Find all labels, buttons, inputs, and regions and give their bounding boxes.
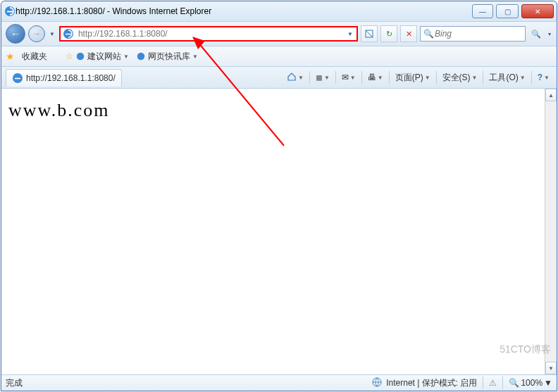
search-input[interactable] [433,28,542,39]
window-buttons: — ▢ ✕ [472,4,554,18]
favorites-star-icon[interactable]: ★ [6,51,15,62]
chevron-down-icon: ▼ [544,378,552,388]
page-content: www.b.com ▲ ▼ 51CTO博客 [1,89,557,374]
search-provider-dropdown[interactable]: ▾ [547,31,552,37]
chevron-down-icon: ▼ [324,75,330,81]
feeds-button[interactable]: ◼ ▼ [313,71,333,84]
favorites-bar: ★ 收藏夹 ☆ 建议网站 ▼ 网页快讯库 ▼ [1,46,557,67]
separator [335,71,336,84]
protected-mode-icon: ⚠ [489,378,497,388]
url-input[interactable] [77,28,346,39]
svg-point-4 [77,53,85,61]
ie-window: http://192.168.1.1:8080/ - Windows Inter… [1,1,557,391]
status-bar: 完成 Internet | 保护模式: 启用 ⚠ 🔍 100% ▼ [1,374,557,391]
scroll-down-button[interactable]: ▼ [545,362,557,374]
close-button[interactable]: ✕ [521,4,554,18]
scroll-up-button[interactable]: ▲ [545,89,557,101]
favorites-label[interactable]: 收藏夹 [22,51,47,63]
page-icon [63,28,74,39]
fav-suggested-sites[interactable]: ☆ 建议网站 ▼ [66,51,129,63]
command-bar: ▼ ◼ ▼ ✉ ▼ 🖶 ▼ 页面(P) ▼ [284,70,552,85]
chevron-down-icon: ▼ [123,53,129,60]
home-button[interactable]: ▼ [284,70,306,85]
separator [309,71,310,84]
forward-button[interactable]: → [28,25,45,42]
help-icon: ? [538,72,542,82]
read-mail-button[interactable]: ✉ ▼ [339,71,359,84]
safety-menu[interactable]: 安全(S) ▼ [440,70,480,85]
search-icon: 🔍 [423,29,433,39]
search-go-button[interactable]: 🔍 [528,26,544,42]
chevron-down-icon: ▼ [350,75,356,81]
chevron-down-icon: ▼ [520,75,526,81]
page-menu[interactable]: 页面(P) ▼ [392,70,433,85]
menu-label: 工具(O) [489,72,518,84]
refresh-button[interactable]: ↻ [380,25,397,42]
rss-icon: ◼ [316,72,323,82]
address-bar[interactable]: ▼ [59,26,358,42]
separator [483,377,483,389]
separator [436,71,437,84]
fav-link-label: 网页快讯库 [148,51,190,63]
menu-label: 安全(S) [442,72,471,84]
print-icon: 🖶 [368,72,376,82]
separator [531,71,532,84]
separator [389,71,390,84]
ie-icon [4,6,16,17]
watermark-text: 51CTO博客 [500,343,551,356]
mail-icon: ✉ [342,72,349,82]
separator [361,71,362,84]
zoom-control[interactable]: 🔍 100% ▼ [509,378,552,388]
chevron-down-icon: ▼ [378,75,383,81]
separator [483,71,483,84]
zoom-level: 100% [521,378,542,388]
help-button[interactable]: ? ▼ [535,71,552,84]
ie-icon [75,51,85,61]
svg-line-3 [366,30,373,37]
back-button[interactable]: ← [6,24,25,44]
chevron-down-icon: ▼ [425,75,430,81]
tab-title: http://192.168.1.1:8080/ [26,73,116,83]
tools-menu[interactable]: 工具(O) ▼ [486,70,528,85]
nav-bar: ← → ▼ ▼ ↻ ✕ 🔍 🔍 ▾ [1,22,557,46]
chevron-down-icon: ▼ [298,75,304,81]
svg-point-5 [137,53,145,61]
chevron-down-icon: ▼ [544,75,550,81]
minimize-button[interactable]: — [472,4,493,18]
menu-label: 页面(P) [395,72,423,84]
window-title: http://192.168.1.1:8080/ - Windows Inter… [16,6,472,16]
page-body-text: www.b.com [1,89,557,132]
url-dropdown-icon[interactable]: ▼ [346,31,354,37]
chevron-down-icon: ▼ [472,75,478,81]
ie-icon [136,51,146,61]
search-box[interactable]: 🔍 [420,26,526,42]
print-button[interactable]: 🖶 ▼ [365,71,386,84]
stop-button[interactable]: ✕ [400,25,417,42]
chevron-down-icon: ▼ [192,53,198,60]
globe-icon [372,377,382,389]
fav-link-label: 建议网站 [87,51,121,63]
browser-tab[interactable]: http://192.168.1.1:8080/ [6,69,122,87]
security-zone-text: Internet | 保护模式: 启用 [386,377,477,389]
compat-view-button[interactable] [361,25,378,42]
tab-icon [12,72,23,84]
tab-bar: http://192.168.1.1:8080/ ▼ ◼ ▼ ✉ ▼ 🖶 [1,67,557,89]
nav-history-dropdown[interactable]: ▼ [48,31,56,37]
separator [502,377,503,389]
home-icon [287,72,297,84]
vertical-scrollbar[interactable]: ▲ ▼ [545,89,557,374]
fav-webslice[interactable]: 网页快讯库 ▼ [136,51,198,63]
zoom-icon: 🔍 [509,378,519,388]
status-text: 完成 [6,377,23,389]
maximize-button[interactable]: ▢ [496,4,519,18]
titlebar: http://192.168.1.1:8080/ - Windows Inter… [1,1,557,22]
